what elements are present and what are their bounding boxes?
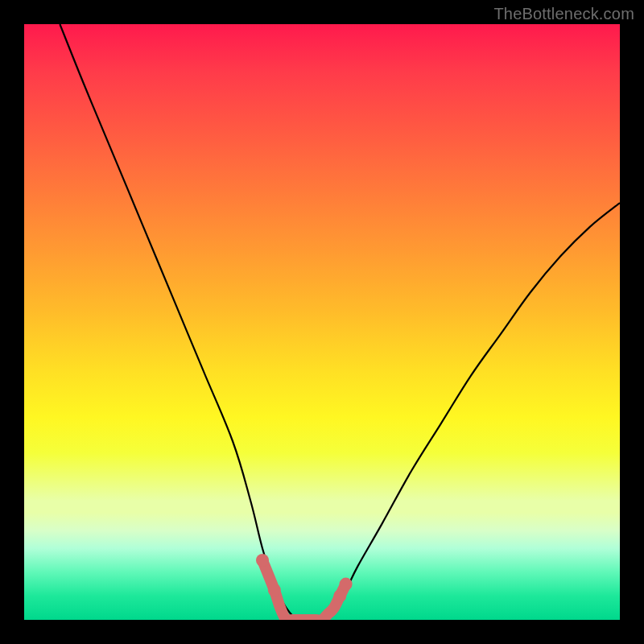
watermark-text: TheBottleneck.com xyxy=(493,5,634,23)
trough-marker-dot xyxy=(268,584,281,597)
chart-frame: TheBottleneck.com xyxy=(0,0,644,644)
plot-area xyxy=(24,24,620,620)
bottleneck-curve-svg xyxy=(24,24,620,620)
bottleneck-curve xyxy=(60,24,620,620)
trough-marker-dot xyxy=(340,578,353,591)
trough-marker-dot xyxy=(333,589,346,602)
trough-marker-dot xyxy=(256,554,269,567)
